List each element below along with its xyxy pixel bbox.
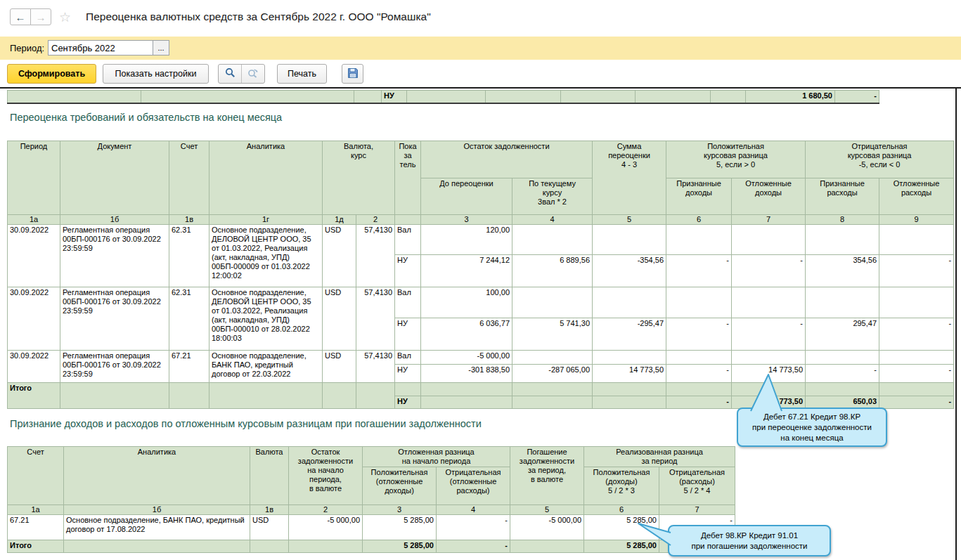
data-cell[interactable]: -: [666, 255, 732, 287]
data-cell[interactable]: 14 773,50: [593, 365, 666, 383]
data-cell[interactable]: [421, 383, 512, 396]
data-cell[interactable]: [879, 225, 954, 255]
data-cell[interactable]: USD: [323, 287, 356, 351]
data-cell[interactable]: [512, 225, 593, 255]
data-cell[interactable]: [486, 91, 561, 103]
data-cell[interactable]: [395, 383, 421, 396]
data-cell[interactable]: НУ: [395, 255, 421, 287]
data-cell[interactable]: -: [879, 255, 954, 287]
data-cell[interactable]: [512, 351, 593, 365]
search-next-button[interactable]: [241, 65, 264, 83]
data-cell[interactable]: [323, 383, 356, 409]
data-cell[interactable]: [879, 351, 954, 365]
data-cell[interactable]: [806, 225, 879, 255]
data-cell[interactable]: [64, 540, 250, 553]
data-cell[interactable]: Основное подразделение, ДЕЛОВОЙ ЦЕНТР ОО…: [209, 287, 323, 351]
data-cell[interactable]: 7 244,12: [421, 255, 512, 287]
data-cell[interactable]: -5 000,00: [421, 351, 512, 365]
data-cell[interactable]: -287 065,00: [512, 365, 593, 383]
data-cell[interactable]: [407, 91, 486, 103]
data-cell[interactable]: НУ: [395, 318, 421, 351]
data-cell[interactable]: -: [666, 365, 732, 383]
data-cell[interactable]: [356, 383, 395, 409]
data-cell[interactable]: [354, 91, 382, 103]
data-cell[interactable]: -: [879, 318, 954, 351]
data-cell[interactable]: Регламентная операция 00БП-000176 от 30.…: [60, 287, 169, 351]
data-cell[interactable]: Вал: [395, 351, 421, 365]
show-settings-button[interactable]: Показать настройки: [103, 64, 209, 84]
data-cell[interactable]: [141, 91, 354, 103]
data-cell[interactable]: 57,4130: [356, 225, 395, 287]
data-cell[interactable]: -: [437, 540, 510, 553]
data-cell[interactable]: [421, 396, 512, 409]
data-cell[interactable]: 354,56: [806, 255, 879, 287]
data-cell[interactable]: -354,56: [593, 255, 666, 287]
data-cell[interactable]: [806, 287, 879, 318]
data-cell[interactable]: 6 036,77: [421, 318, 512, 351]
data-cell[interactable]: USD: [323, 225, 356, 287]
data-cell[interactable]: [711, 91, 746, 103]
data-cell[interactable]: [593, 225, 666, 255]
data-cell[interactable]: [879, 383, 954, 396]
data-cell[interactable]: -: [437, 515, 510, 540]
back-icon[interactable]: ←: [10, 8, 31, 25]
data-cell[interactable]: 650,03: [806, 396, 879, 409]
data-cell[interactable]: -: [666, 318, 732, 351]
period-input[interactable]: [48, 40, 153, 56]
data-cell[interactable]: [666, 351, 732, 365]
total-label[interactable]: Итого: [8, 383, 60, 409]
data-cell[interactable]: 67.21: [169, 351, 209, 383]
data-cell[interactable]: 5 741,30: [512, 318, 593, 351]
data-cell[interactable]: 30.09.2022: [8, 287, 60, 351]
data-cell[interactable]: 62.31: [169, 225, 209, 287]
data-cell[interactable]: [593, 287, 666, 318]
data-cell[interactable]: [209, 383, 323, 409]
data-cell[interactable]: 57,4130: [356, 287, 395, 351]
data-cell[interactable]: Основное подразделение, БАНК ПАО, кредит…: [64, 515, 250, 540]
data-cell[interactable]: НУ: [395, 396, 421, 409]
data-cell[interactable]: [593, 383, 666, 396]
data-cell[interactable]: [666, 287, 732, 318]
data-cell[interactable]: Основное подразделение, ДЕЛОВОЙ ЦЕНТР ОО…: [209, 225, 323, 287]
search-button[interactable]: [219, 65, 241, 83]
data-cell[interactable]: Регламентная операция 00БП-000176 от 30.…: [60, 351, 169, 383]
data-cell[interactable]: -: [732, 255, 806, 287]
data-cell[interactable]: -: [806, 365, 879, 383]
forward-icon[interactable]: →: [30, 8, 51, 25]
data-cell[interactable]: -: [666, 396, 732, 409]
data-cell[interactable]: [666, 225, 732, 255]
data-cell[interactable]: 57,4130: [356, 351, 395, 383]
data-cell[interactable]: [806, 351, 879, 365]
total-label[interactable]: Итого: [8, 540, 64, 553]
data-cell[interactable]: 62.31: [169, 287, 209, 351]
favorite-star-icon[interactable]: ☆: [59, 9, 71, 25]
data-cell[interactable]: [732, 225, 806, 255]
data-cell[interactable]: [732, 351, 806, 365]
data-cell[interactable]: 1 680,50: [746, 91, 835, 103]
data-cell[interactable]: [593, 396, 666, 409]
data-cell[interactable]: Регламентная операция 00БП-000176 от 30.…: [60, 225, 169, 287]
data-cell[interactable]: 295,47: [806, 318, 879, 351]
data-cell[interactable]: [512, 396, 593, 409]
data-cell[interactable]: Вал: [395, 225, 421, 255]
data-cell[interactable]: 120,00: [421, 225, 512, 255]
data-cell[interactable]: НУ: [382, 91, 407, 103]
data-cell[interactable]: [593, 351, 666, 365]
data-cell[interactable]: 6 889,56: [512, 255, 593, 287]
data-cell[interactable]: 30.09.2022: [8, 225, 60, 287]
data-cell[interactable]: -295,47: [593, 318, 666, 351]
data-cell[interactable]: [666, 383, 732, 396]
data-cell[interactable]: [732, 287, 806, 318]
data-cell[interactable]: USD: [323, 351, 356, 383]
data-cell[interactable]: 100,00: [421, 287, 512, 318]
data-cell[interactable]: [636, 91, 711, 103]
data-cell[interactable]: -: [879, 396, 954, 409]
data-cell[interactable]: -: [835, 91, 879, 103]
data-cell[interactable]: -5 000,00: [289, 515, 363, 540]
data-cell[interactable]: -: [732, 318, 806, 351]
period-picker-button[interactable]: ...: [153, 40, 169, 56]
data-cell[interactable]: [512, 383, 593, 396]
data-cell[interactable]: 5 285,00: [363, 540, 437, 553]
data-cell[interactable]: USD: [250, 515, 289, 540]
data-cell[interactable]: [806, 383, 879, 396]
